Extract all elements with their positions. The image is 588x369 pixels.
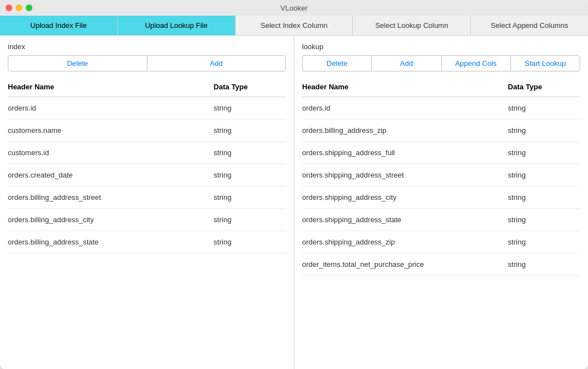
tab-upload-lookup[interactable]: Upload Lookup File <box>118 16 236 35</box>
lookup-table-container: Header Name Data Type orders.idstringord… <box>302 79 580 362</box>
table-row: order_items.total_net_purchase_pricestri… <box>302 253 580 276</box>
tab-select-append[interactable]: Select Append Columns <box>471 16 588 35</box>
index-table: Header Name Data Type orders.idstringcus… <box>8 79 286 253</box>
index-row-header: orders.billing_address_street <box>8 186 203 209</box>
window-controls <box>6 4 32 11</box>
index-col-header-name: Header Name <box>8 79 203 97</box>
table-row: orders.billing_address_streetstring <box>8 186 286 209</box>
table-row: customers.idstring <box>8 142 286 164</box>
table-row: orders.created_datestring <box>8 164 286 186</box>
table-row: orders.shipping_address_fullstring <box>302 142 580 164</box>
table-row: customers.namestring <box>8 119 286 142</box>
index-row-type: string <box>203 164 286 186</box>
table-row: orders.shipping_address_citystring <box>302 186 580 209</box>
lookup-row-type: string <box>497 253 580 276</box>
lookup-col-data-type: Data Type <box>497 79 580 97</box>
index-panel: index Delete Add Header Name Data Type o… <box>0 36 294 369</box>
maximize-button[interactable] <box>26 4 32 11</box>
lookup-row-type: string <box>497 164 580 186</box>
table-row: orders.billing_address_statestring <box>8 231 286 253</box>
lookup-row-header: orders.shipping_address_state <box>302 209 497 231</box>
index-row-header: orders.created_date <box>8 164 203 186</box>
index-row-type: string <box>203 186 286 209</box>
index-row-header: customers.id <box>8 142 203 164</box>
tab-bar: Upload Index File Upload Lookup File Sel… <box>0 16 588 36</box>
lookup-panel-label: lookup <box>302 42 580 51</box>
index-row-header: orders.billing_address_state <box>8 231 203 253</box>
table-row: orders.shipping_address_zipstring <box>302 231 580 253</box>
index-add-button[interactable]: Add <box>147 55 286 71</box>
app-window: VLooker Upload Index File Upload Lookup … <box>0 0 588 369</box>
lookup-actions: Delete Add Append Cols Start Lookup <box>302 55 580 71</box>
lookup-row-header: orders.billing_address_zip <box>302 119 497 142</box>
index-row-header: orders.id <box>8 97 203 119</box>
table-row: orders.billing_address_zipstring <box>302 119 580 142</box>
index-row-type: string <box>203 209 286 231</box>
lookup-row-header: order_items.total_net_purchase_price <box>302 253 497 276</box>
lookup-append-cols-button[interactable]: Append Cols <box>441 55 510 71</box>
lookup-add-button[interactable]: Add <box>371 55 441 71</box>
lookup-row-type: string <box>497 231 580 253</box>
index-actions: Delete Add <box>8 55 286 71</box>
lookup-row-header: orders.shipping_address_full <box>302 142 497 164</box>
minimize-button[interactable] <box>16 4 22 11</box>
close-button[interactable] <box>6 4 12 11</box>
table-row: orders.idstring <box>302 97 580 119</box>
index-row-type: string <box>203 97 286 119</box>
lookup-row-type: string <box>497 119 580 142</box>
title-bar: VLooker <box>0 0 588 16</box>
lookup-col-header-name: Header Name <box>302 79 497 97</box>
index-row-type: string <box>203 119 286 142</box>
lookup-row-type: string <box>497 186 580 209</box>
table-row: orders.shipping_address_statestring <box>302 209 580 231</box>
lookup-delete-button[interactable]: Delete <box>302 55 371 71</box>
lookup-row-type: string <box>497 142 580 164</box>
table-row: orders.idstring <box>8 97 286 119</box>
index-table-container: Header Name Data Type orders.idstringcus… <box>8 79 286 362</box>
lookup-row-header: orders.shipping_address_city <box>302 186 497 209</box>
window-title: VLooker <box>280 4 307 12</box>
index-row-header: customers.name <box>8 119 203 142</box>
lookup-panel: lookup Delete Add Append Cols Start Look… <box>294 36 588 369</box>
index-row-type: string <box>203 142 286 164</box>
lookup-row-type: string <box>497 209 580 231</box>
tab-select-lookup[interactable]: Select Lookup Column <box>353 16 471 35</box>
lookup-start-lookup-button[interactable]: Start Lookup <box>510 55 580 71</box>
lookup-row-header: orders.shipping_address_street <box>302 164 497 186</box>
index-delete-button[interactable]: Delete <box>8 55 147 71</box>
index-row-header: orders.billing_address_city <box>8 209 203 231</box>
lookup-table: Header Name Data Type orders.idstringord… <box>302 79 580 276</box>
tab-upload-index[interactable]: Upload Index File <box>0 16 118 35</box>
index-col-data-type: Data Type <box>203 79 286 97</box>
lookup-row-header: orders.id <box>302 97 497 119</box>
table-row: orders.shipping_address_streetstring <box>302 164 580 186</box>
index-panel-label: index <box>8 42 286 51</box>
main-content: index Delete Add Header Name Data Type o… <box>0 36 588 369</box>
lookup-row-type: string <box>497 97 580 119</box>
tab-select-index[interactable]: Select Index Column <box>236 16 353 35</box>
index-row-type: string <box>203 231 286 253</box>
lookup-row-header: orders.shipping_address_zip <box>302 231 497 253</box>
table-row: orders.billing_address_citystring <box>8 209 286 231</box>
